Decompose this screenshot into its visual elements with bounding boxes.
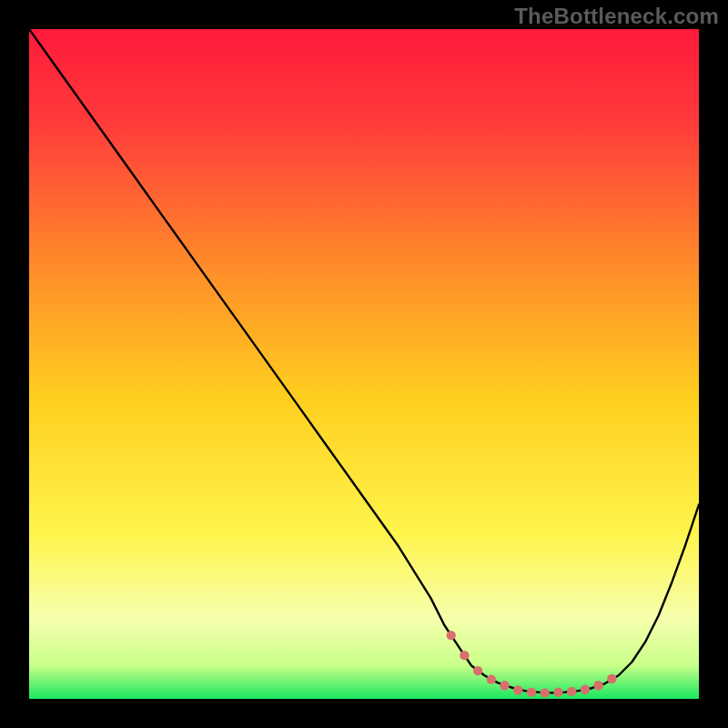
optimal-dot	[607, 674, 616, 683]
optimal-dot	[527, 687, 536, 696]
optimal-dot	[460, 651, 469, 660]
watermark-text: TheBottleneck.com	[514, 4, 719, 29]
optimal-dot	[541, 688, 550, 697]
chart-frame: TheBottleneck.com	[0, 0, 728, 728]
chart-svg	[29, 29, 699, 699]
optimal-dot	[513, 685, 522, 694]
optimal-dot	[473, 666, 482, 675]
optimal-dot	[487, 674, 496, 683]
optimal-dot	[593, 681, 602, 690]
optimal-dot	[567, 687, 576, 696]
optimal-dot	[581, 685, 590, 694]
chart-plot-area	[29, 29, 699, 699]
optimal-dot	[500, 681, 509, 690]
optimal-dot	[446, 631, 455, 640]
optimal-dot	[553, 687, 562, 696]
gradient-background	[29, 29, 699, 699]
